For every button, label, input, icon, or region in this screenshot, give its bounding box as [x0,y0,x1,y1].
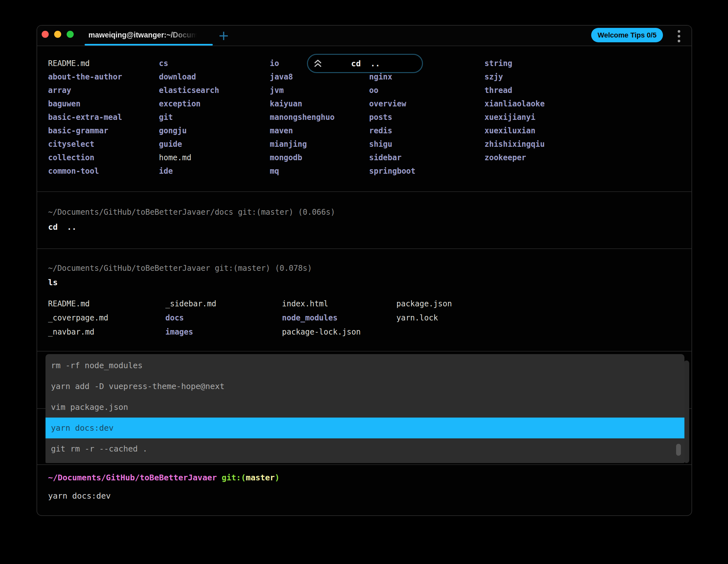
listing-item: README.md [48,297,108,311]
listing-item: yarn.lock [396,311,452,325]
listing-item: jvm [270,84,335,97]
history-item[interactable]: yarn docs:dev [45,418,684,438]
listing-item: sidebar [369,151,416,164]
command-line: cd .. [48,222,77,232]
listing-item: zhishixingqiu [484,137,545,151]
listing-column: index.htmlnode_modulespackage-lock.json [282,297,361,339]
active-tab-indicator [85,44,213,46]
listing-item: kaiyuan [270,97,335,111]
listing-item: thread [484,84,545,97]
listing-item: images [165,325,216,339]
listing-item: _sidebar.md [165,297,216,311]
chevrons-up-icon [314,59,322,68]
listing-item: baguwen [48,97,122,111]
shell-prompt: ~/Documents/GitHub/toBeBetterJavaer git:… [48,473,279,482]
prompt-context-line: ~/Documents/GitHub/toBeBetterJavaer git:… [48,264,312,273]
block-divider [37,351,691,352]
listing-item: exception [159,97,219,111]
listing-item: szjy [484,70,545,84]
history-item-label: rm -rf node_modules [51,361,143,370]
listing-item: about-the-author [48,70,122,84]
listing-column: iojava8jvmkaiyuanmanongshenghuomavenmian… [270,57,335,178]
command-line: ls [48,278,58,287]
listing-item: springboot [369,164,416,178]
listing-column: nginxoooverviewpostsredisshigusidebarspr… [369,70,416,178]
listing-item: string [484,57,545,70]
sticky-command-text: cd .. [322,59,416,68]
plus-icon [218,30,229,41]
welcome-tips-button[interactable]: Welcome Tips 0/5 [591,28,663,42]
listing-item: package.json [396,297,452,311]
overflow-menu-button[interactable] [674,29,684,43]
prompt-git-suffix: ) [275,473,279,482]
command-input[interactable]: yarn docs:dev [48,491,111,501]
kebab-menu-icon [678,30,680,33]
block-divider [37,464,691,465]
listing-item: guide [159,137,219,151]
listing-item: basic-grammar [48,124,122,137]
listing-item: index.html [282,297,361,311]
welcome-tips-label: Welcome Tips 0/5 [598,31,657,39]
new-tab-button[interactable] [218,30,229,42]
menu-scrollbar-thumb[interactable] [676,444,681,456]
zoom-window-button[interactable] [67,31,74,38]
listing-item: git [159,111,219,124]
block-divider [37,191,691,192]
listing-item: elasticsearch [159,84,219,97]
listing-item: overview [369,97,416,111]
listing-item: posts [369,111,416,124]
listing-item: cityselect [48,137,122,151]
listing-column: README.mdabout-the-authorarraybaguwenbas… [48,57,122,178]
kebab-menu-icon [678,35,680,37]
listing-item: array [48,84,122,97]
tab-title: maweiqing@itwanger:~/Docum [88,31,201,39]
listing-column: README.md_coverpage.md_navbar.md [48,297,108,339]
listing-item: download [159,70,219,84]
listing-item: node_modules [282,311,361,325]
history-item-label: vim package.json [51,402,128,412]
history-item-label: yarn docs:dev [51,423,114,433]
listing-item: docs [165,311,216,325]
history-item[interactable]: git rm -r --cached . [45,438,684,459]
tab-bar: maweiqing@itwanger:~/Docum Welcome Tips … [37,26,691,46]
listing-item: _navbar.md [48,325,108,339]
prompt-path: ~/Documents/GitHub/toBeBetterJavaer [48,473,217,482]
tab-terminal[interactable]: maweiqing@itwanger:~/Docum [85,26,213,46]
listing-item: xuexijianyi [484,111,545,124]
listing-item: ide [159,164,219,178]
listing-column: stringszjythreadxianliaolaokexuexijianyi… [484,57,545,164]
listing-item: manongshenghuo [270,111,335,124]
history-item-label: yarn add -D vuepress-theme-hope@next [51,382,225,391]
listing-item: zookeeper [484,151,545,164]
listing-item: shigu [369,137,416,151]
prompt-context-line: ~/Documents/GitHub/toBeBetterJavaer/docs… [48,208,335,217]
prompt-git-prefix: git:( [217,473,246,482]
listing-item: cs [159,57,219,70]
history-item[interactable]: yarn add -D vuepress-theme-hope@next [45,376,684,397]
history-item[interactable]: vim package.json [45,397,684,418]
listing-item: basic-extra-meal [48,111,122,124]
listing-item: collection [48,151,122,164]
listing-item: home.md [159,151,219,164]
listing-item: mq [270,164,335,178]
sticky-command-pill[interactable]: cd .. [307,54,423,73]
close-window-button[interactable] [42,31,49,38]
listing-item: gongju [159,124,219,137]
listing-item: package-lock.json [282,325,361,339]
listing-item: _coverpage.md [48,311,108,325]
listing-item: xianliaolaoke [484,97,545,111]
listing-column: package.jsonyarn.lock [396,297,452,325]
listing-item: oo [369,84,416,97]
listing-item: mongodb [270,151,335,164]
prompt-git-branch: master [246,473,275,482]
minimize-window-button[interactable] [54,31,61,38]
history-item[interactable]: rm -rf node_modules [45,355,684,376]
window-scrollbar-thumb[interactable] [684,361,689,463]
listing-item: maven [270,124,335,137]
history-item-label: git rm -r --cached . [51,444,147,453]
kebab-menu-icon [678,40,680,42]
listing-item: common-tool [48,164,122,178]
block-divider [37,248,691,249]
listing-item: README.md [48,57,122,70]
listing-item: xuexiluxian [484,124,545,137]
